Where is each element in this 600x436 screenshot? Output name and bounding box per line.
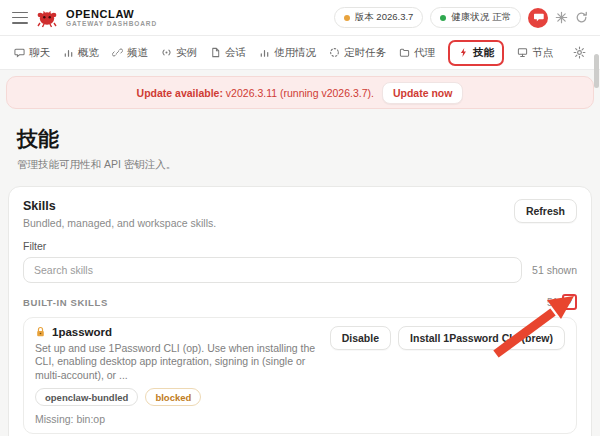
tab-overview-label: 概览 <box>78 46 99 60</box>
tab-instances[interactable]: 实例 <box>161 46 197 60</box>
app-title: OPENCLAW <box>66 8 157 20</box>
lock-icon <box>35 326 46 338</box>
health-badge-label: 健康状况 正常 <box>451 11 511 24</box>
builtin-section-header: BUILT-IN SKILLS <box>23 297 108 308</box>
app-subtitle: GATEWAY DASHBOARD <box>66 20 157 27</box>
health-badge: 健康状况 正常 <box>430 7 521 28</box>
chevron-down-icon: ▾ <box>567 298 571 306</box>
chat-button[interactable] <box>528 8 548 28</box>
tab-agents-label: 代理 <box>414 46 435 60</box>
tag-openclaw-bundled: openclaw-bundled <box>35 388 138 406</box>
broadcast-icon <box>161 47 172 58</box>
tab-nodes[interactable]: 节点 <box>517 46 553 60</box>
tab-overview[interactable]: 概览 <box>63 46 99 60</box>
tab-channels[interactable]: 频道 <box>112 46 148 60</box>
tab-sessions[interactable]: 会话 <box>210 46 246 60</box>
tab-nodes-label: 节点 <box>532 46 553 60</box>
tab-usage[interactable]: 使用情况 <box>259 46 316 60</box>
health-dot-icon <box>440 15 446 21</box>
tab-chat[interactable]: 聊天 <box>14 46 50 60</box>
bar-chart-icon <box>63 47 74 58</box>
tab-agents[interactable]: 代理 <box>399 46 435 60</box>
skills-card-subtitle: Bundled, managed, and workspace skills. <box>23 217 216 229</box>
tab-skills-label: 技能 <box>473 46 494 60</box>
tab-skills[interactable]: 技能 <box>448 40 504 66</box>
bolt-icon <box>458 47 469 58</box>
spinner-icon <box>329 47 340 58</box>
link-icon <box>112 47 123 58</box>
tab-cron-label: 定时任务 <box>344 46 386 60</box>
update-now-button[interactable]: Update now <box>382 82 464 104</box>
version-badge: 版本 2026.3.7 <box>334 7 424 28</box>
skills-card-title: Skills <box>23 199 216 213</box>
page-title: 技能 <box>17 125 583 153</box>
scrollbar-thumb[interactable] <box>594 54 599 88</box>
update-banner: Update available: v2026.3.11 (running v2… <box>6 76 594 109</box>
disable-button[interactable]: Disable <box>330 326 391 350</box>
tab-channels-label: 频道 <box>127 46 148 60</box>
missing-requirement: Missing: bin:op <box>35 413 318 425</box>
logo-text: OPENCLAW GATEWAY DASHBOARD <box>66 8 157 27</box>
shown-count: 51 shown <box>532 264 577 276</box>
tab-instances-label: 实例 <box>176 46 197 60</box>
skill-name: 1password <box>52 326 112 338</box>
settings-gear-icon[interactable] <box>573 46 586 59</box>
tab-sessions-label: 会话 <box>225 46 246 60</box>
skill-description: Set up and use 1Password CLI (op). Use w… <box>35 342 318 382</box>
collapse-chevron-annotation-box[interactable]: ▾ <box>562 294 577 310</box>
update-banner-text: Update available: v2026.3.11 (running v2… <box>137 87 374 99</box>
install-1password-cli-button[interactable]: Install 1Password CLI (brew) <box>398 326 565 350</box>
skills-card: Skills Bundled, managed, and workspace s… <box>8 186 592 436</box>
menu-icon[interactable] <box>12 12 28 24</box>
refresh-icon[interactable] <box>575 11 588 24</box>
folder-icon <box>399 47 410 58</box>
nav-bar: 聊天 概览 频道 实例 会话 使用情况 定时任务 代理 技能 节点 <box>0 36 600 70</box>
builtin-section-count: 51 <box>547 297 558 308</box>
filter-label: Filter <box>23 240 577 252</box>
tab-cron[interactable]: 定时任务 <box>329 46 386 60</box>
tab-usage-label: 使用情况 <box>274 46 316 60</box>
refresh-button[interactable]: Refresh <box>514 199 577 223</box>
page-subtitle: 管理技能可用性和 API 密钥注入。 <box>17 158 583 172</box>
monitor-icon <box>517 47 528 58</box>
chat-bubble-icon <box>533 12 544 23</box>
version-dot-icon <box>344 15 350 21</box>
search-input[interactable] <box>23 257 522 283</box>
openclaw-logo-icon <box>36 7 58 29</box>
version-badge-label: 版本 2026.3.7 <box>355 11 414 24</box>
update-banner-version: v2026.3.11 (running v2026.3.7). <box>226 87 374 99</box>
tag-blocked: blocked <box>145 388 201 406</box>
file-icon <box>210 47 221 58</box>
app-header: OPENCLAW GATEWAY DASHBOARD 版本 2026.3.7 健… <box>0 0 600 36</box>
chat-icon <box>14 47 25 58</box>
update-banner-bold: Update available: <box>137 87 223 99</box>
sparkle-icon[interactable] <box>555 11 568 24</box>
bar-chart-icon <box>259 47 270 58</box>
skill-row-1password: 1password Set up and use 1Password CLI (… <box>23 317 577 434</box>
tab-chat-label: 聊天 <box>29 46 50 60</box>
